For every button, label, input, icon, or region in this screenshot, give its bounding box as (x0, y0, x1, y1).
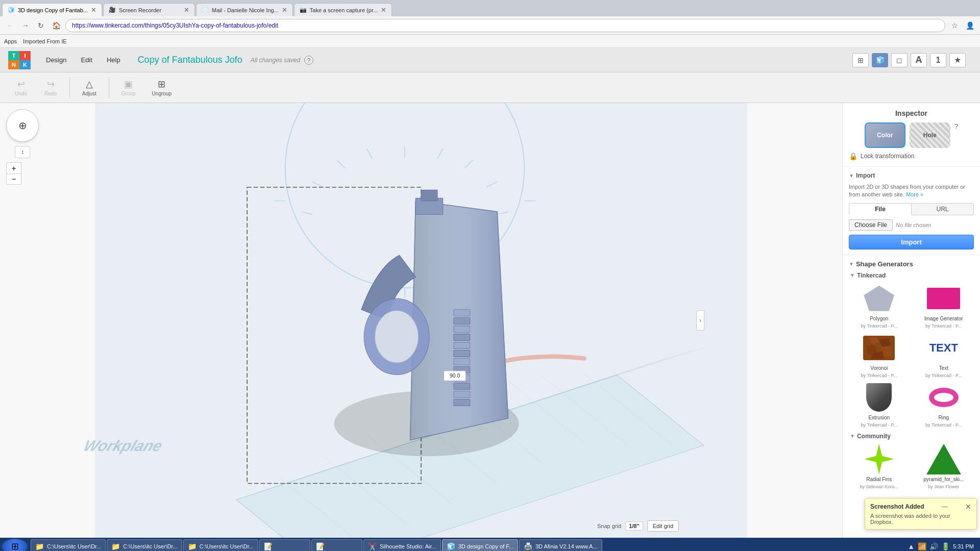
inspector-help-icon[interactable]: ? (954, 122, 958, 148)
svg-rect-45 (454, 318, 470, 324)
tinkercad-collapse-arrow[interactable]: ▼ (850, 272, 855, 278)
taskbar-item-7[interactable]: 🧊 3D design Copy of F... (442, 539, 518, 551)
group-button[interactable]: ▣ Group (115, 77, 142, 98)
shape-item-imagegen[interactable]: Image Generator by Tinkercad - P... (914, 283, 974, 329)
bookmark-imported[interactable]: Imported From IE (23, 38, 67, 44)
ungroup-button[interactable]: ⊞ Ungroup (146, 77, 178, 98)
star-button[interactable]: ☆ (948, 19, 961, 32)
fit-view-button[interactable]: ↕ (15, 146, 30, 158)
zoom-out-button[interactable]: − (6, 173, 21, 185)
bottom-bar: Snap grid 1/8" Edit grid (597, 520, 679, 532)
tray-battery-icon[interactable]: 🔋 (941, 542, 950, 550)
inspector-section: Inspector Color Hole ? 🔒 Lock transforma… (843, 103, 980, 167)
svg-text:90.0: 90.0 (450, 372, 460, 379)
menu-design[interactable]: Design (39, 48, 74, 72)
voronoi-name: Voronoi (870, 365, 888, 371)
taskbar-item-2[interactable]: 📁 C:\Users\itc User\Dr... (107, 539, 182, 551)
svg-rect-47 (454, 334, 470, 341)
canvas-area[interactable]: 90.0 Workplane ⊕ ↕ (0, 103, 842, 538)
number-view-button[interactable]: 1 (930, 53, 946, 67)
taskbar-item-3[interactable]: 📁 C:\Users\itc User\Dr... (183, 539, 258, 551)
menu-help[interactable]: Help (100, 48, 128, 72)
edit-grid-button[interactable]: Edit grid (647, 520, 679, 532)
address-bar[interactable] (65, 19, 945, 32)
choose-file-button[interactable]: Choose File (849, 219, 893, 231)
shape-item-voronoi[interactable]: Voronoi by Tinkercad - P... (849, 333, 910, 378)
menu-edit[interactable]: Edit (74, 48, 99, 72)
tab-4-close[interactable]: ✕ (381, 6, 386, 14)
sg-title-label: Shape Generators (856, 260, 913, 268)
refresh-button[interactable]: ↻ (35, 19, 47, 32)
taskbar-item-1[interactable]: 📁 C:\Users\itc User\Dr... (31, 539, 106, 551)
tab-2[interactable]: 🎥 Screen Recorder ✕ (103, 3, 195, 16)
file-tab[interactable]: File (849, 203, 912, 215)
shape-item-extrusion[interactable]: Extrusion by Tinkercad - P... (849, 382, 910, 428)
import-title: Import (856, 172, 875, 179)
back-button[interactable]: ← (4, 19, 16, 32)
import-more-link[interactable]: More » (906, 191, 923, 197)
start-button[interactable]: ⊞ (2, 539, 28, 551)
shape-item-radialfins[interactable]: Radial Fins by Selevian Kora... (849, 444, 910, 489)
notification-minimize-button[interactable]: — (942, 503, 948, 510)
url-tab[interactable]: URL (912, 203, 974, 215)
undo-button[interactable]: ↩ Undo (8, 77, 34, 98)
panel-collapse-button[interactable]: › (696, 310, 704, 331)
screenshot-notification: Screenshot Added — ✕ A screenshot was ad… (865, 498, 977, 530)
zoom-in-button[interactable]: + (6, 162, 21, 173)
redo-button[interactable]: ↪ Redo (38, 77, 63, 98)
text-name: Text (939, 365, 948, 371)
taskbar-item-8[interactable]: 🖨️ 3D Afinia V2.14 www.A... (519, 539, 602, 551)
forward-button[interactable]: → (19, 19, 32, 32)
taskbar-label-1: C:\Users\itc User\Dr... (47, 543, 101, 549)
bookmark-apps[interactable]: Apps (4, 38, 17, 44)
text-view-button[interactable]: A (911, 53, 927, 67)
notification-close-button[interactable]: ✕ (965, 503, 971, 511)
polygon-name: Polygon (870, 316, 888, 321)
radialfins-shape (864, 444, 894, 474)
box-view-button[interactable]: ◻ (891, 53, 908, 67)
tab-3-close[interactable]: ✕ (282, 6, 287, 14)
tab-4[interactable]: 📷 Take a screen capture (pr... ✕ (294, 3, 392, 16)
import-collapse-arrow[interactable]: ▼ (849, 173, 854, 179)
shape-item-ring[interactable]: Ring by Tinkercad - P... (914, 382, 974, 428)
tray-up-arrow[interactable]: ▲ (908, 542, 915, 550)
tray-network-icon[interactable]: 📶 (918, 542, 926, 550)
sg-collapse-arrow[interactable]: ▼ (849, 261, 854, 267)
grid-view-button[interactable]: ⊞ (852, 53, 869, 67)
radialfins-name: Radial Fins (866, 477, 892, 482)
tinkercad-logo[interactable]: T I N K (6, 50, 33, 70)
view-controls: ↕ (6, 146, 39, 158)
nav-cube[interactable]: ⊕ (6, 109, 39, 142)
star-view-button[interactable]: ★ (949, 53, 966, 67)
taskbar-item-6[interactable]: ✂️ Silhouette Studio: Air... (363, 539, 441, 551)
shape-item-text[interactable]: TEXT Text by Tinkercad - P... (914, 333, 974, 378)
adjust-button[interactable]: △ Adjust (76, 77, 103, 98)
3d-view-button[interactable]: 🧊 (872, 53, 888, 67)
shape-generators-section: ▼ Shape Generators ▼ Tinkercad (843, 255, 980, 499)
tab-1[interactable]: 🧊 3D design Copy of Fantab... ✕ (2, 3, 102, 16)
tray-volume-icon[interactable]: 🔊 (929, 542, 938, 550)
ungroup-label: Ungroup (152, 91, 172, 96)
taskbar-item-4[interactable]: 📝 (259, 539, 310, 551)
taskbar-item-5[interactable]: 📝 (311, 539, 362, 551)
imagegen-name: Image Generator (924, 316, 963, 321)
lock-label: Lock transformation (861, 153, 914, 160)
shape-item-polygon[interactable]: Polygon by Tinkercad - P... (849, 283, 910, 329)
help-icon[interactable]: ? (304, 56, 313, 65)
project-title[interactable]: Copy of Fantabulous Jofo (138, 55, 242, 65)
shape-item-pyramid[interactable]: pyramid_for_ski... by Jean Flower (914, 444, 974, 489)
import-button[interactable]: Import (849, 235, 974, 249)
tab-3[interactable]: ✉️ Mail - Danielle Nicole Ing... ✕ (196, 3, 293, 16)
tinkercad-subsection-title: ▼ Tinkercad (849, 272, 974, 279)
hole-button[interactable]: Hole (910, 122, 950, 148)
home-button[interactable]: 🏠 (50, 19, 62, 32)
tab-2-close[interactable]: ✕ (184, 6, 189, 14)
community-collapse-arrow[interactable]: ▼ (850, 433, 855, 439)
choose-file-row: Choose File No file chosen (849, 219, 974, 231)
text-thumb: TEXT (923, 333, 964, 363)
svg-rect-44 (454, 310, 470, 316)
svg-rect-49 (454, 350, 470, 357)
profile-button[interactable]: 👤 (964, 19, 976, 32)
tab-1-close[interactable]: ✕ (91, 6, 96, 14)
color-button[interactable]: Color (865, 122, 905, 148)
